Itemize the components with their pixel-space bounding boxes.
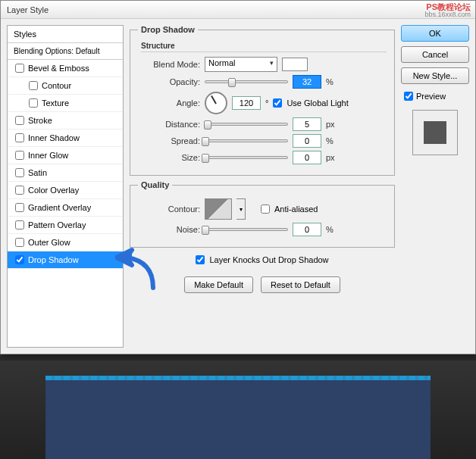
opacity-input[interactable] [293,75,321,89]
drop-shadow-legend: Drop Shadow [138,25,198,34]
styles-list: Styles Blending Options: Default Bevel &… [7,25,124,348]
background-band [45,376,431,459]
opacity-label: Opacity: [138,77,200,86]
cancel-button[interactable]: Cancel [401,46,469,63]
spread-slider[interactable] [205,139,288,142]
style-drop-shadow[interactable]: Drop Shadow [8,251,123,269]
settings-panel: Drop Shadow Structure Blend Mode: Normal… [130,25,395,348]
style-contour[interactable]: Contour [8,77,123,95]
style-satin[interactable]: Satin [8,164,123,182]
size-label: Size: [138,153,200,162]
spread-label: Spread: [138,136,200,145]
checkbox[interactable] [15,133,24,142]
styles-header[interactable]: Styles [8,26,123,43]
preview-label: Preview [416,92,446,101]
noise-input[interactable] [293,223,321,236]
checkbox[interactable] [15,151,24,160]
structure-header: Structure [141,42,387,52]
contour-label: Contour: [138,205,200,214]
style-pattern-overlay[interactable]: Pattern Overlay [8,217,123,234]
angle-input[interactable] [232,96,261,110]
make-default-button[interactable]: Make Default [184,276,253,293]
drop-shadow-group: Drop Shadow Structure Blend Mode: Normal… [130,25,395,176]
distance-input[interactable] [293,117,321,131]
ok-button[interactable]: OK [401,25,469,42]
checkbox[interactable] [29,81,38,90]
checkbox[interactable] [29,98,38,108]
noise-slider[interactable] [205,228,288,231]
checkbox[interactable] [15,186,24,195]
blend-mode-select[interactable]: Normal [205,57,277,72]
quality-group: Quality Contour: ▾ Anti-aliased Noise: % [130,180,395,248]
checkbox[interactable] [15,203,24,212]
angle-dial[interactable] [205,92,227,114]
distance-slider[interactable] [205,123,288,126]
annotation-arrow-icon [115,242,161,295]
anti-aliased-label: Anti-aliased [274,205,318,214]
style-stroke[interactable]: Stroke [8,112,123,130]
blending-options[interactable]: Blending Options: Default [8,43,123,60]
checkbox[interactable] [15,255,24,264]
quality-legend: Quality [138,180,172,189]
checkbox[interactable] [15,64,24,73]
window-title: Layer Style [7,5,49,14]
knockout-checkbox[interactable] [196,255,205,264]
titlebar[interactable]: Layer Style PS教程论坛 bbs.16xx8.com [1,1,475,19]
style-inner-glow[interactable]: Inner Glow [8,147,123,164]
size-slider[interactable] [205,156,288,159]
contour-dropdown-icon[interactable]: ▾ [236,198,246,220]
style-bevel-emboss[interactable]: Bevel & Emboss [8,60,123,77]
anti-aliased-checkbox[interactable] [261,205,270,214]
checkbox[interactable] [15,220,24,230]
noise-label: Noise: [138,225,200,234]
style-color-overlay[interactable]: Color Overlay [8,182,123,199]
watermark: PS教程论坛 bbs.16xx8.com [424,3,471,18]
style-texture[interactable]: Texture [8,95,123,112]
checkbox[interactable] [15,116,24,125]
size-input[interactable] [293,151,321,164]
reset-default-button[interactable]: Reset to Default [261,276,340,293]
spread-input[interactable] [293,134,321,148]
global-light-checkbox[interactable] [273,98,282,108]
layer-style-dialog: Layer Style PS教程论坛 bbs.16xx8.com Styles … [0,0,476,354]
contour-picker[interactable] [205,198,232,220]
style-outer-glow[interactable]: Outer Glow [8,234,123,251]
checkbox[interactable] [15,238,24,247]
global-light-label: Use Global Light [287,98,348,108]
shadow-color[interactable] [282,58,308,71]
preview-checkbox[interactable] [404,92,413,101]
style-gradient-overlay[interactable]: Gradient Overlay [8,199,123,217]
dialog-buttons: OK Cancel New Style... Preview [401,25,469,348]
distance-label: Distance: [138,120,200,129]
opacity-slider[interactable] [205,80,288,83]
style-inner-shadow[interactable]: Inner Shadow [8,130,123,147]
angle-label: Angle: [138,98,200,108]
checkbox[interactable] [15,168,24,177]
background-preview [0,361,476,459]
new-style-button[interactable]: New Style... [401,67,469,84]
knockout-label: Layer Knocks Out Drop Shadow [209,255,328,264]
preview-swatch [412,110,458,155]
blend-mode-label: Blend Mode: [138,60,200,69]
